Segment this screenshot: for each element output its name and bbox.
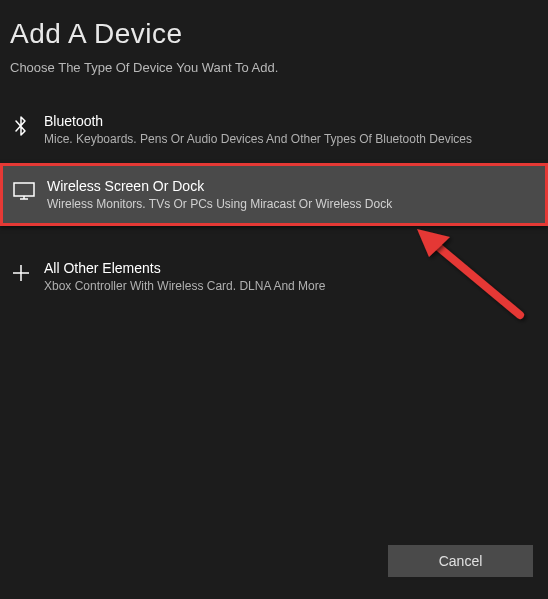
device-desc-wireless: Wireless Monitors. TVs Or PCs Using Mira… bbox=[47, 197, 535, 211]
device-text-wireless: Wireless Screen Or Dock Wireless Monitor… bbox=[47, 178, 535, 211]
dialog-header: Add A Device Choose The Type Of Device Y… bbox=[0, 0, 548, 83]
device-option-bluetooth[interactable]: Bluetooth Mice. Keyboards. Pens Or Audio… bbox=[0, 101, 548, 158]
dialog-title: Add A Device bbox=[10, 18, 538, 50]
dialog-subtitle: Choose The Type Of Device You Want To Ad… bbox=[10, 60, 538, 75]
device-title-bluetooth: Bluetooth bbox=[44, 113, 538, 129]
device-desc-bluetooth: Mice. Keyboards. Pens Or Audio Devices A… bbox=[44, 132, 538, 146]
cancel-button[interactable]: Cancel bbox=[388, 545, 533, 577]
device-title-wireless: Wireless Screen Or Dock bbox=[47, 178, 535, 194]
device-desc-other: Xbox Controller With Wireless Card. DLNA… bbox=[44, 279, 538, 293]
device-type-list: Bluetooth Mice. Keyboards. Pens Or Audio… bbox=[0, 101, 548, 305]
svg-rect-0 bbox=[14, 183, 34, 196]
device-text-other: All Other Elements Xbox Controller With … bbox=[44, 260, 538, 293]
monitor-icon bbox=[13, 180, 35, 202]
device-option-other[interactable]: All Other Elements Xbox Controller With … bbox=[0, 248, 548, 305]
bluetooth-icon bbox=[10, 115, 32, 137]
device-text-bluetooth: Bluetooth Mice. Keyboards. Pens Or Audio… bbox=[44, 113, 538, 146]
plus-icon bbox=[10, 262, 32, 284]
device-title-other: All Other Elements bbox=[44, 260, 538, 276]
device-option-wireless-screen[interactable]: Wireless Screen Or Dock Wireless Monitor… bbox=[0, 163, 548, 226]
